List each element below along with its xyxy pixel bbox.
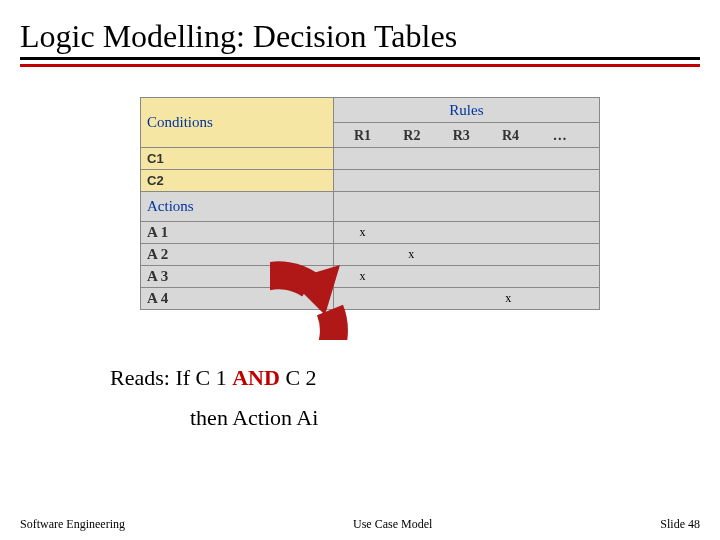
rule-col: R2	[389, 128, 435, 144]
action-mark: x	[340, 269, 386, 284]
condition-label: C1	[141, 148, 334, 170]
rule-col: R4	[488, 128, 534, 144]
footer-center: Use Case Model	[353, 517, 432, 532]
rule-col: …	[537, 128, 583, 144]
action-label: A 1	[141, 222, 334, 244]
reads-text: Reads: If C 1 AND C 2 then Action Ai	[110, 365, 700, 431]
footer-left: Software Engineering	[20, 517, 125, 532]
rule-col: R1	[340, 128, 386, 144]
slide: Logic Modelling: Decision Tables Conditi…	[0, 0, 720, 540]
reads-line2: then Action Ai	[190, 405, 700, 431]
footer: Software Engineering Use Case Model Slid…	[20, 517, 700, 532]
actions-header: Actions	[141, 192, 334, 222]
reads-suffix: C 2	[280, 365, 317, 390]
action-row: A 2 x	[141, 244, 600, 266]
title-underline	[20, 64, 700, 67]
condition-row: C2	[141, 170, 600, 192]
footer-right: Slide 48	[660, 517, 700, 532]
decision-table: Conditions Rules R1 R2 R3 R4 … C1 C2	[140, 97, 600, 310]
action-mark: x	[388, 247, 434, 262]
rule-column-labels: R1 R2 R3 R4 …	[333, 123, 599, 148]
conditions-header: Conditions	[141, 98, 334, 148]
action-mark: x	[340, 225, 386, 240]
reads-prefix: Reads: If C 1	[110, 365, 232, 390]
action-label: A 4	[141, 288, 334, 310]
condition-row: C1	[141, 148, 600, 170]
rule-col: R3	[438, 128, 484, 144]
action-row: A 3 x	[141, 266, 600, 288]
condition-label: C2	[141, 170, 334, 192]
page-title: Logic Modelling: Decision Tables	[20, 18, 700, 60]
rules-header: Rules	[333, 98, 599, 123]
action-row: A 4 x	[141, 288, 600, 310]
action-mark: x	[486, 291, 532, 306]
action-label: A 2	[141, 244, 334, 266]
reads-and: AND	[232, 365, 280, 390]
action-label: A 3	[141, 266, 334, 288]
action-row: A 1 x	[141, 222, 600, 244]
